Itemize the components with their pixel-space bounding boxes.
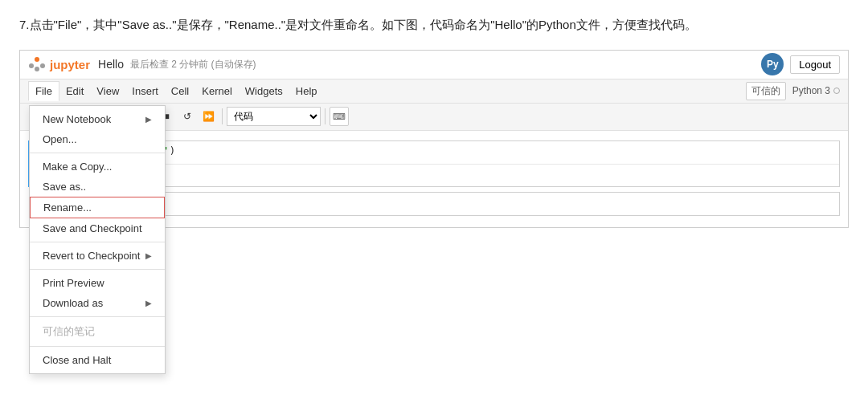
notebook-name: Hello xyxy=(98,58,124,71)
file-dropdown-menu: New Notebook ▶ Open... Make a Copy... Sa… xyxy=(29,105,166,374)
menu-trusted: 可信的笔记 xyxy=(30,320,165,343)
menu-help[interactable]: Help xyxy=(289,82,324,100)
arrow-icon: ▶ xyxy=(145,115,152,124)
menu-kernel[interactable]: Kernel xyxy=(195,82,239,100)
instruction-content: 7.点击"File"，其中"Save as.."是保存，"Rename.."是对… xyxy=(19,18,697,31)
trusted-badge: 可信的 xyxy=(746,82,786,100)
toolbar-sep-4 xyxy=(325,108,326,124)
toolbar-sep-3 xyxy=(222,108,223,124)
sep-1 xyxy=(30,153,165,153)
svg-point-1 xyxy=(35,67,39,71)
jupyter-header: jupyter Hello 最后检查 2 分钟前 (自动保存) Py Logou… xyxy=(20,51,848,79)
keyboard-shortcuts-button[interactable]: ⌨ xyxy=(330,107,349,126)
svg-point-0 xyxy=(35,57,39,62)
menu-bar: File New Notebook ▶ Open... Make a Copy.… xyxy=(20,79,848,104)
restart-button[interactable]: ↺ xyxy=(178,107,197,126)
arrow-icon-revert: ▶ xyxy=(145,251,152,260)
menu-insert[interactable]: Insert xyxy=(125,82,165,100)
menu-right: 可信的 Python 3 xyxy=(746,82,840,100)
notebook-container: jupyter Hello 最后检查 2 分钟前 (自动保存) Py Logou… xyxy=(19,50,849,228)
header-right: Py Logout xyxy=(761,53,840,75)
cell-type-select[interactable]: 代码 Markdown Raw NBConvert xyxy=(227,107,321,126)
python-icon: Py xyxy=(761,53,784,75)
menu-close-halt[interactable]: Close and Halt xyxy=(30,350,165,370)
menu-save-checkpoint[interactable]: Save and Checkpoint xyxy=(30,218,165,238)
menu-edit[interactable]: Edit xyxy=(59,82,90,100)
menu-open[interactable]: Open... xyxy=(30,129,165,149)
sep-3 xyxy=(30,269,165,270)
last-saved: 最后检查 2 分钟前 (自动保存) xyxy=(130,58,256,71)
svg-point-3 xyxy=(40,63,45,68)
jupyter-logo: jupyter xyxy=(28,55,90,73)
sep-2 xyxy=(30,242,165,242)
arrow-icon-download: ▶ xyxy=(145,299,152,307)
menu-save-as[interactable]: Save as.. xyxy=(30,177,165,197)
menu-view[interactable]: View xyxy=(90,82,125,100)
logout-button[interactable]: Logout xyxy=(790,55,840,74)
menu-new-notebook[interactable]: New Notebook ▶ xyxy=(30,109,165,129)
menu-download-as[interactable]: Download as ▶ xyxy=(30,293,165,313)
menu-cell[interactable]: Cell xyxy=(165,82,195,100)
menu-widgets[interactable]: Widgets xyxy=(239,82,289,100)
menu-print-preview[interactable]: Print Preview xyxy=(30,273,165,293)
jupyter-logo-icon xyxy=(28,55,46,73)
sep-5 xyxy=(30,346,165,347)
sep-4 xyxy=(30,316,165,317)
menu-make-copy[interactable]: Make a Copy... xyxy=(30,157,165,177)
kernel-status-dot xyxy=(833,88,840,94)
kernel-badge: Python 3 xyxy=(792,85,840,96)
instruction-text: 7.点击"File"，其中"Save as.."是保存，"Rename.."是对… xyxy=(19,14,849,35)
svg-point-2 xyxy=(29,63,34,68)
menu-rename[interactable]: Rename... xyxy=(30,197,165,218)
restart-run-button[interactable]: ⏩ xyxy=(199,107,218,126)
menu-revert-checkpoint[interactable]: Revert to Checkpoint ▶ xyxy=(30,246,165,266)
menu-file[interactable]: File New Notebook ▶ Open... Make a Copy.… xyxy=(28,81,59,101)
jupyter-brand: jupyter xyxy=(50,58,90,71)
page-wrapper: 7.点击"File"，其中"Save as.."是保存，"Rename.."是对… xyxy=(0,0,868,403)
